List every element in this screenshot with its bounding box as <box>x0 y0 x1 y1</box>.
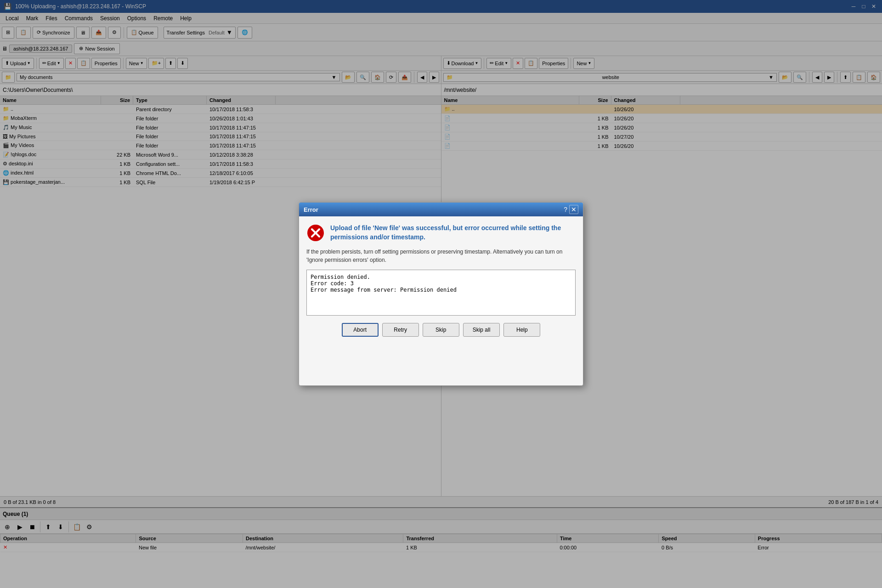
error-detail-line-3: Error message from server: Permission de… <box>311 287 571 293</box>
error-detail-line-1: Permission denied. <box>311 274 571 280</box>
dialog-title: Error <box>304 206 564 213</box>
error-detail-line-2: Error code: 3 <box>311 280 571 287</box>
retry-button[interactable]: Retry <box>382 323 419 337</box>
dialog-body: Upload of file 'New file' was successful… <box>299 216 583 344</box>
error-sub-message: If the problem persists, turn off settin… <box>306 248 576 264</box>
skip-all-button[interactable]: Skip all <box>463 323 500 337</box>
dialog-close-button[interactable]: ✕ <box>569 205 578 214</box>
dialog-overlay: Error ? ✕ Upload of file 'New file' was … <box>0 0 882 588</box>
dialog-titlebar: Error ? ✕ <box>299 203 583 216</box>
dialog-buttons: Abort Retry Skip Skip all Help <box>306 323 576 337</box>
abort-button[interactable]: Abort <box>342 323 379 337</box>
error-main-message: Upload of file 'New file' was successful… <box>330 224 576 242</box>
error-circle-icon <box>306 224 325 242</box>
help-button[interactable]: Help <box>503 323 540 337</box>
skip-button[interactable]: Skip <box>423 323 459 337</box>
error-detail-box[interactable]: Permission denied. Error code: 3 Error m… <box>306 270 576 316</box>
dialog-error-row: Upload of file 'New file' was successful… <box>306 224 576 242</box>
dialog-help-icon[interactable]: ? <box>564 206 567 213</box>
error-dialog: Error ? ✕ Upload of file 'New file' was … <box>299 202 583 386</box>
